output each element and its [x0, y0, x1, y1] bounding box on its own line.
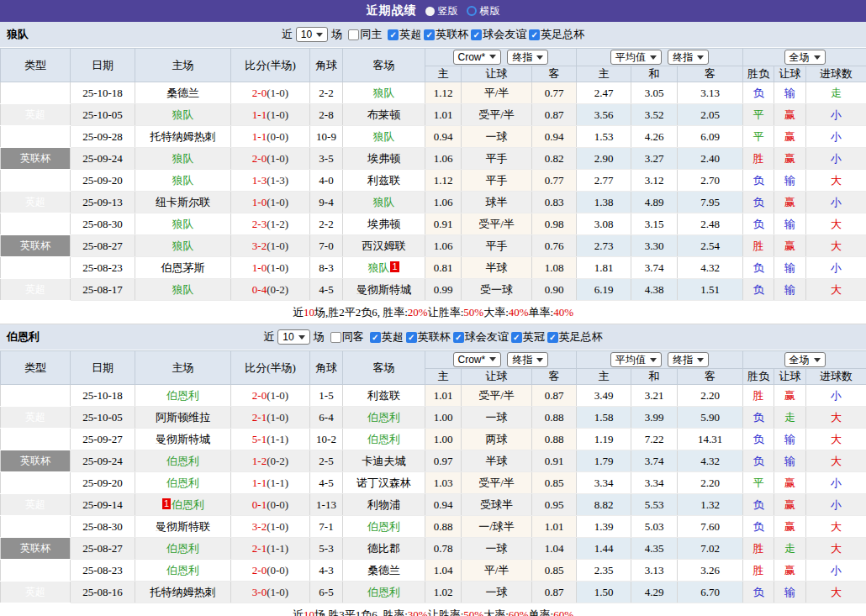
- match-date: 25-10-18: [71, 82, 135, 104]
- team-name[interactable]: 卡迪夫城: [362, 455, 406, 467]
- league-filter-checkbox[interactable]: ✓ 球会友谊: [453, 329, 509, 345]
- handicap-result: 输: [774, 582, 806, 603]
- team-name[interactable]: 曼彻斯特城: [356, 283, 411, 296]
- corners: 7-1: [310, 516, 343, 538]
- league-filter-checkbox[interactable]: ✓ 英联杯: [406, 329, 451, 345]
- league-filter-checkbox[interactable]: ✓ 英超: [370, 329, 404, 345]
- average-select[interactable]: 平均值: [610, 50, 662, 65]
- team-name[interactable]: 狼队: [172, 283, 194, 296]
- team-name[interactable]: 纽卡斯尔联: [156, 196, 210, 208]
- team-name[interactable]: 狼队: [373, 130, 395, 143]
- league-filter-checkbox[interactable]: ✓ 英联杯: [424, 27, 468, 42]
- summary-segment: 让胜率:: [428, 305, 464, 320]
- goals-result: 小: [806, 494, 866, 516]
- full-match-select[interactable]: 全场: [784, 352, 826, 367]
- near-label: 近: [263, 329, 274, 345]
- match-date: 25-08-16: [71, 582, 135, 603]
- team-name[interactable]: 桑德兰: [367, 564, 400, 577]
- fulltime-score: 2-0: [252, 389, 267, 402]
- recent-results-panel: 近期战绩 竖版 横版 狼队 近 10 场 同主: [0, 0, 866, 616]
- match-count-select[interactable]: 10: [277, 329, 309, 345]
- fulltime-score: 1-2: [252, 455, 267, 467]
- team-name[interactable]: 伯恩利: [367, 520, 400, 533]
- team-name[interactable]: 狼队: [172, 152, 194, 165]
- team-name[interactable]: 伯恩利: [367, 586, 400, 598]
- bookmaker-select[interactable]: Crow*: [453, 50, 502, 65]
- team-name[interactable]: 伯恩利: [367, 411, 400, 424]
- team-name[interactable]: 利物浦: [367, 498, 400, 511]
- team-name[interactable]: 托特纳姆热刺: [150, 586, 216, 598]
- fulltime-score: 3-0: [252, 586, 267, 598]
- team-name[interactable]: 狼队: [172, 174, 194, 187]
- team-name[interactable]: 狼队: [172, 218, 194, 230]
- sections-container: 狼队 近 10 场 同主 ✓ 英超 ✓ 英联杯 ✓ 球会友谊 ✓ 英: [0, 22, 866, 616]
- team-name[interactable]: 托特纳姆热刺: [150, 130, 216, 143]
- league-filter-checkbox[interactable]: ✓ 英足总杯: [547, 329, 603, 345]
- team-name[interactable]: 狼队: [367, 261, 389, 274]
- competition-badge: 英联杯: [1, 235, 71, 257]
- subcol-goals: 进球数: [806, 66, 866, 82]
- home-odds: 1.12: [425, 170, 462, 192]
- team-name[interactable]: 利兹联: [367, 174, 400, 187]
- match-result: 负: [743, 213, 774, 235]
- away-odds: 0.87: [532, 385, 577, 407]
- team-name[interactable]: 伯恩利: [166, 542, 199, 555]
- team-name[interactable]: 埃弗顿: [367, 152, 400, 165]
- away-team-cell: 埃弗顿: [343, 148, 425, 170]
- results-table: 类型 日期 主场 比分(半场) 角球 客场 Crow* 终指 平均值 终指: [0, 48, 866, 301]
- team-name[interactable]: 曼彻斯特联: [156, 520, 210, 533]
- bookmaker-select[interactable]: Crow*: [453, 352, 502, 367]
- team-name[interactable]: 诺丁汉森林: [356, 476, 411, 489]
- team-name[interactable]: 伯恩利: [166, 389, 199, 402]
- goals-result: 大: [806, 279, 866, 301]
- team-name[interactable]: 布莱顿: [367, 108, 400, 121]
- team-name[interactable]: 伯恩利: [367, 433, 400, 445]
- chevron-down-icon: [489, 357, 496, 361]
- final-index-select[interactable]: 终指: [507, 352, 548, 367]
- same-venue-checkbox[interactable]: 同主: [348, 27, 382, 42]
- team-name[interactable]: 伯恩利: [172, 498, 204, 511]
- league-filter-checkbox[interactable]: ✓ 英足总杯: [529, 27, 584, 42]
- team-name[interactable]: 德比郡: [367, 542, 400, 555]
- layout-radio-vertical[interactable]: 竖版: [425, 4, 458, 18]
- summary-segment: 10: [304, 608, 314, 616]
- team-name[interactable]: 伯恩茅斯: [161, 261, 205, 274]
- team-name[interactable]: 西汉姆联: [362, 240, 406, 252]
- average-value: 平均值: [615, 353, 646, 367]
- team-name[interactable]: 狼队: [172, 240, 194, 252]
- league-filter-checkbox[interactable]: ✓ 英超: [388, 27, 421, 42]
- handicap-line: 半球: [462, 450, 532, 472]
- handicap-result: 赢: [774, 192, 806, 213]
- same-venue-checkbox[interactable]: 同客: [330, 329, 364, 345]
- league-filter-checkbox[interactable]: ✓ 英冠: [511, 329, 545, 345]
- score-cell: 2-3(1-2): [231, 213, 310, 235]
- goals-result: 大: [806, 516, 866, 538]
- team-name[interactable]: 狼队: [373, 196, 395, 208]
- team-name[interactable]: 利兹联: [367, 389, 400, 402]
- avg-draw-odds: 5.53: [631, 494, 678, 516]
- team-name[interactable]: 伯恩利: [166, 564, 199, 577]
- subcol-handicap-result: 让球: [774, 66, 806, 82]
- final-index-select[interactable]: 终指: [668, 352, 709, 367]
- avg-away-odds: 3.26: [678, 560, 743, 582]
- team-name[interactable]: 桑德兰: [166, 87, 199, 99]
- team-name[interactable]: 伯恩利: [166, 455, 199, 467]
- team-name[interactable]: 曼彻斯特城: [156, 433, 210, 445]
- handicap-line: 一球: [462, 407, 532, 429]
- vertical-layout-label: 竖版: [438, 4, 458, 18]
- team-name[interactable]: 狼队: [172, 108, 194, 121]
- final-index-select[interactable]: 终指: [507, 50, 548, 65]
- summary-segment: 60%: [509, 608, 529, 616]
- layout-radio-horizontal[interactable]: 横版: [467, 4, 500, 18]
- average-select[interactable]: 平均值: [610, 352, 662, 367]
- match-count-select[interactable]: 10: [296, 27, 328, 42]
- league-filter-checkbox[interactable]: ✓ 球会友谊: [471, 27, 526, 42]
- team-name[interactable]: 阿斯顿维拉: [156, 411, 210, 424]
- away-odds: 0.94: [532, 126, 577, 148]
- team-name[interactable]: 狼队: [373, 87, 395, 99]
- full-match-select[interactable]: 全场: [784, 50, 826, 65]
- team-name[interactable]: 伯恩利: [166, 476, 199, 489]
- final-index-select[interactable]: 终指: [668, 50, 709, 65]
- team-name[interactable]: 埃弗顿: [367, 218, 400, 230]
- match-result: 平: [743, 126, 774, 148]
